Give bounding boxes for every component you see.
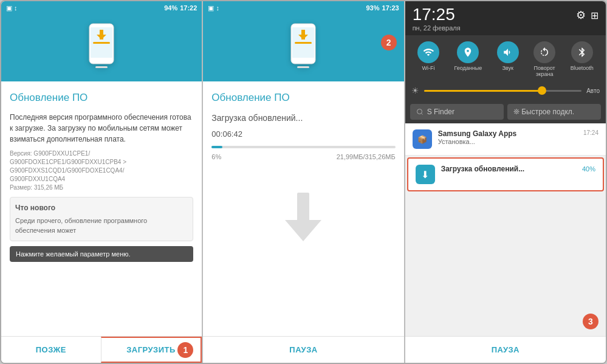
battery-1: 94% (164, 4, 177, 12)
notif-app-icon-2: ⬇ (416, 165, 435, 184)
notif-item-2[interactable]: ⬇ Загрузка обновлений... 40% (407, 157, 604, 191)
svg-marker-13 (285, 220, 321, 241)
panel-1: ▣ ↕ 94% 17:22 Обновление ПО Последняя ве… (1, 1, 203, 363)
progress-bar (211, 146, 395, 148)
svg-rect-12 (297, 193, 309, 223)
notif-time: 17:25 (413, 6, 461, 23)
geo-icon (457, 41, 479, 63)
content-2: Обновление ПО Загрузка обновлений... 00:… (203, 81, 403, 336)
search-row: S Finder ❊ Быстрое подкл. (405, 100, 606, 123)
quick-conn-label: ❊ Быстрое подкл. (513, 108, 574, 116)
header-1 (1, 15, 202, 81)
rotate-icon (533, 41, 555, 63)
notif-item-1[interactable]: 📦 Samsung Galaxy Apps 17:24 Установка... (405, 123, 606, 156)
brightness-fill (424, 90, 543, 92)
s-finder-button[interactable]: S Finder (410, 104, 504, 120)
panel-3: 17:25 пн, 22 февраля ⚙ ⊞ Wi-Fi Геоданные (405, 1, 606, 363)
whats-new-title: Что нового (15, 202, 188, 213)
gear-icon[interactable]: ⚙ (576, 9, 586, 22)
footer-1: ПОЗЖЕ ЗАГРУЗИТЬ (1, 336, 202, 363)
toggle-rotate[interactable]: Поворотэкрана (533, 41, 555, 77)
svg-rect-2 (95, 66, 108, 68)
notif-percent: 40% (582, 165, 595, 173)
notif-top-bar: 17:25 пн, 22 февраля ⚙ ⊞ (405, 1, 606, 35)
status-bar-1: ▣ ↕ 94% 17:22 (1, 1, 202, 15)
progress-info: 6% 21,99МБ/315,26МБ (211, 152, 395, 162)
panel-2: ▣ ↕ 93% 17:23 Обновление ПО Загрузка обн… (203, 1, 405, 363)
time-2: 17:23 (382, 4, 399, 12)
search-icon (416, 108, 424, 115)
step-badge-3: 3 (583, 314, 598, 329)
toggle-geo[interactable]: Геоданные (454, 41, 482, 77)
svg-rect-8 (297, 66, 309, 68)
status-bar-left-2: ▣ ↕ (208, 4, 219, 12)
pause-button-3[interactable]: ПАУЗА (467, 339, 544, 360)
toggle-wifi[interactable]: Wi-Fi (417, 41, 439, 77)
toggle-sound-label: Звук (502, 65, 513, 71)
toggle-wifi-label: Wi-Fi (422, 65, 434, 71)
header-2 (203, 15, 403, 81)
phone-download-icon-2 (286, 22, 320, 71)
download-arrow-area (211, 174, 395, 259)
tooltip-1: Нажмите желаемый параметр меню. (10, 246, 193, 263)
time-date-block: 17:25 пн, 22 февраля (413, 6, 461, 32)
content-1: Обновление ПО Последняя версия программн… (1, 81, 202, 336)
whats-new-box: Что нового Среди прочего, обновление про… (10, 197, 193, 241)
status-bar-right-2: 93% 17:23 (366, 4, 399, 12)
download-time: 00:06:42 (211, 128, 395, 140)
svg-line-15 (421, 113, 422, 114)
panel3-footer: ПАУЗА (405, 336, 606, 363)
bluetooth-icon (571, 41, 593, 63)
screen-wrapper: ▣ ↕ 94% 17:22 Обновление ПО Последняя ве… (0, 0, 607, 364)
toggle-sound[interactable]: Звук (497, 41, 519, 77)
sound-icon (497, 41, 519, 63)
step-badge-2: 2 (381, 35, 397, 50)
wifi-icon (417, 41, 439, 63)
body-text-1: Последняя версия программного обеспечени… (10, 112, 193, 145)
notif-content-2: Загрузка обновлений... 40% (441, 165, 595, 173)
page-title-2: Обновление ПО (211, 90, 395, 106)
grid-icon[interactable]: ⊞ (591, 10, 598, 21)
download-label: Загрузка обновлений... (211, 112, 395, 125)
notif-app-name-2: Загрузка обновлений... (441, 165, 525, 173)
status-bar-left-1: ▣ ↕ (6, 4, 18, 12)
progress-size: 21,99МБ/315,26МБ (337, 152, 396, 162)
page-title-1: Обновление ПО (10, 90, 193, 106)
notif-time-1: 17:24 (583, 129, 598, 138)
brightness-slider[interactable] (424, 90, 582, 92)
battery-2: 93% (366, 4, 379, 12)
brightness-row: ☀ Авто (405, 82, 606, 100)
time-1: 17:22 (180, 4, 197, 12)
svg-rect-4 (100, 30, 103, 39)
brightness-icon: ☀ (411, 86, 419, 95)
version-text-1: Версия: G900FDXXU1CPE1/G900FDOXE1CPE1/G9… (10, 149, 193, 192)
notif-app-icon-1: 📦 (413, 129, 432, 149)
notif-right-icons: ⚙ ⊞ (576, 6, 598, 22)
quick-connect-button[interactable]: ❊ Быстрое подкл. (507, 104, 601, 120)
notif-msg-1: Установка... (438, 138, 598, 145)
notif-app-name-1: Samsung Galaxy Apps (438, 129, 517, 138)
whats-new-text: Среди прочего, обновление программного о… (15, 216, 188, 236)
status-icons-2: ▣ ↕ (208, 4, 219, 12)
status-bar-right-1: 94% 17:22 (164, 4, 197, 12)
status-bar-2: ▣ ↕ 93% 17:23 (203, 1, 403, 15)
phone-download-icon-1 (84, 22, 118, 71)
later-button[interactable]: ПОЗЖЕ (1, 337, 101, 363)
download-big-arrow (279, 187, 328, 247)
toggle-rotate-label: Поворотэкрана (534, 65, 555, 77)
svg-rect-11 (295, 42, 312, 44)
pause-button-2[interactable]: ПАУЗА (203, 337, 403, 363)
footer-2: ПАУЗА (203, 336, 403, 363)
quick-toggles: Wi-Fi Геоданные Звук Поворотэкрана (405, 35, 606, 82)
status-icons-1: ▣ ↕ (6, 4, 18, 12)
toggle-geo-label: Геоданные (454, 65, 482, 71)
notification-list: 📦 Samsung Galaxy Apps 17:24 Установка...… (405, 123, 606, 336)
svg-rect-10 (301, 30, 305, 39)
toggle-bluetooth[interactable]: Bluetooth (571, 41, 594, 77)
progress-bar-fill (211, 146, 222, 148)
progress-percent: 6% (211, 152, 221, 162)
auto-label: Авто (586, 88, 600, 94)
brightness-thumb (538, 86, 546, 95)
toggle-bluetooth-label: Bluetooth (571, 65, 594, 71)
s-finder-label: S Finder (427, 108, 454, 116)
